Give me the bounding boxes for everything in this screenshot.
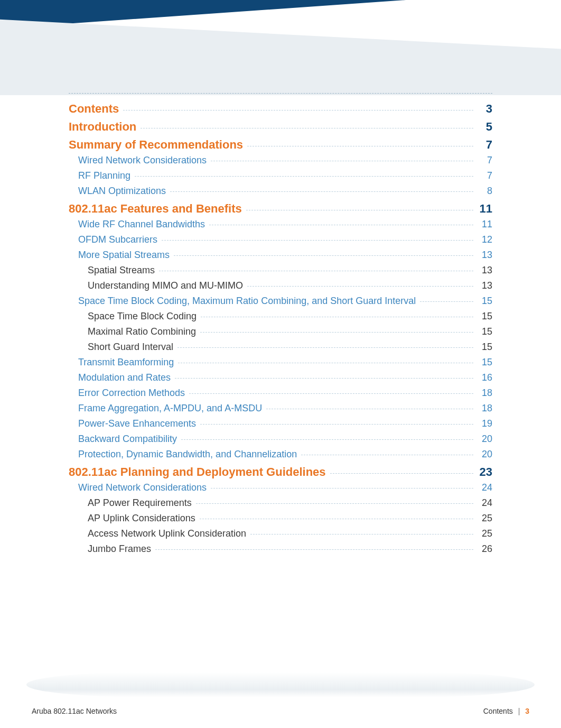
toc-entry[interactable]: AP Power Requirements24 <box>69 495 492 511</box>
toc-entry[interactable]: 802.11ac Planning and Deployment Guideli… <box>69 462 492 480</box>
toc-leader-line <box>175 378 473 379</box>
toc-entry-label: Wired Network Considerations <box>78 482 207 493</box>
toc-entry-label: Maximal Ratio Combining <box>88 326 196 337</box>
toc-entry-page: 15 <box>478 342 492 353</box>
toc-entry-label: Error Correction Methods <box>78 388 185 399</box>
footer-divider: | <box>518 707 520 715</box>
toc-entry-page: 19 <box>478 418 492 429</box>
toc-entry[interactable]: OFDM Subcarriers12 <box>69 232 492 247</box>
toc-leader-line <box>250 534 473 535</box>
toc-entry[interactable]: 802.11ac Features and Benefits11 <box>69 199 492 217</box>
header-banner: Contents <box>0 0 561 95</box>
toc-entry-label: Short Guard Interval <box>88 342 173 353</box>
toc-entry-label: AP Power Requirements <box>88 497 192 509</box>
toc-leader-line <box>159 271 473 271</box>
toc-entry[interactable]: Understanding MIMO and MU-MIMO13 <box>69 278 492 293</box>
toc-entry[interactable]: Introduction5 <box>69 117 492 135</box>
document-page: Contents Contents3Introduction5Summary o… <box>0 0 561 728</box>
toc-entry-page: 13 <box>478 250 492 261</box>
toc-entry-label: Contents <box>69 102 119 116</box>
toc-entry-label: Understanding MIMO and MU-MIMO <box>88 280 243 291</box>
toc-entry-label: Access Network Uplink Consideration <box>88 528 246 539</box>
toc-leader-line <box>201 317 473 317</box>
toc-entry[interactable]: Space Time Block Coding15 <box>69 309 492 324</box>
toc-entry[interactable]: Space Time Block Coding, Maximum Ratio C… <box>69 293 492 309</box>
toc-entry[interactable]: Protection, Dynamic Bandwidth, and Chann… <box>69 447 492 462</box>
toc-entry-label: Backward Compatibility <box>78 434 177 445</box>
toc-entry[interactable]: More Spatial Streams13 <box>69 247 492 263</box>
toc-leader-line <box>177 347 473 348</box>
toc-leader-line <box>155 549 473 550</box>
toc-entry-label: Protection, Dynamic Bandwidth, and Chann… <box>78 449 297 460</box>
toc-entry-label: Spatial Streams <box>88 265 155 276</box>
toc-entry[interactable]: WLAN Optimizations8 <box>69 183 492 199</box>
toc-entry[interactable]: Spatial Streams13 <box>69 263 492 278</box>
toc-entry[interactable]: Error Correction Methods18 <box>69 385 492 401</box>
footer-shadow <box>26 672 535 697</box>
toc-entry[interactable]: Maximal Ratio Combining15 <box>69 324 492 339</box>
toc-entry-page: 13 <box>478 280 492 291</box>
toc-leader-line <box>330 473 473 474</box>
toc-entry-label: Introduction <box>69 120 136 134</box>
footer-section-label: Contents <box>483 707 513 715</box>
toc-entry-label: Power-Save Enhancements <box>78 418 196 429</box>
toc-entry[interactable]: Jumbo Frames26 <box>69 541 492 557</box>
toc-entry-label: Frame Aggregation, A-MPDU, and A-MSDU <box>78 403 262 414</box>
toc-leader-line <box>200 519 473 519</box>
toc-entry-page: 18 <box>478 388 492 399</box>
toc-entry-label: WLAN Optimizations <box>78 186 166 197</box>
toc-entry[interactable]: Wired Network Considerations7 <box>69 153 492 168</box>
toc-entry[interactable]: Contents3 <box>69 99 492 117</box>
toc-entry-label: Jumbo Frames <box>88 543 151 555</box>
toc-leader-line <box>196 503 473 504</box>
toc-entry-label: More Spatial Streams <box>78 250 170 261</box>
toc-entry-page: 26 <box>478 543 492 555</box>
toc-entry-page: 7 <box>478 170 492 181</box>
toc-leader-line <box>211 488 473 489</box>
toc-entry-page: 24 <box>478 482 492 493</box>
toc-entry-page: 25 <box>478 513 492 524</box>
toc-entry[interactable]: Short Guard Interval15 <box>69 339 492 355</box>
toc-entry[interactable]: Access Network Uplink Consideration25 <box>69 526 492 541</box>
toc-entry[interactable]: Frame Aggregation, A-MPDU, and A-MSDU18 <box>69 401 492 416</box>
toc-entry-page: 11 <box>478 219 492 230</box>
toc-entry-label: OFDM Subcarriers <box>78 234 157 245</box>
toc-entry-label: Modulation and Rates <box>78 372 171 383</box>
toc-entry-label: 802.11ac Planning and Deployment Guideli… <box>69 465 326 479</box>
toc-entry-page: 18 <box>478 403 492 414</box>
toc-leader-line <box>247 146 473 146</box>
toc-entry[interactable]: Backward Compatibility20 <box>69 431 492 447</box>
toc-leader-line <box>211 161 473 161</box>
toc-leader-line <box>178 363 473 363</box>
toc-entry-page: 8 <box>478 186 492 197</box>
toc-entry-label: Space Time Block Coding <box>88 311 197 322</box>
toc-entry-label: Summary of Recommendations <box>69 138 243 152</box>
toc-leader-line <box>135 176 473 177</box>
toc-leader-line <box>141 128 473 128</box>
toc-leader-line <box>123 110 473 110</box>
toc-entry[interactable]: AP Uplink Considerations25 <box>69 511 492 526</box>
toc-leader-line <box>209 225 473 225</box>
toc-leader-line <box>420 301 473 302</box>
toc-entry[interactable]: Summary of Recommendations7 <box>69 135 492 153</box>
toc-entry[interactable]: Wide RF Channel Bandwidths11 <box>69 217 492 232</box>
toc-entry[interactable]: Wired Network Considerations24 <box>69 480 492 495</box>
toc-entry-page: 25 <box>478 528 492 539</box>
footer-right-group: Contents | 3 <box>483 707 529 715</box>
footer-page-number: 3 <box>525 707 529 715</box>
toc-entry[interactable]: RF Planning7 <box>69 168 492 183</box>
toc-entry-label: 802.11ac Features and Benefits <box>69 202 242 216</box>
toc-leader-line <box>200 332 473 333</box>
toc-leader-line <box>189 393 473 394</box>
toc-entry[interactable]: Transmit Beamforming15 <box>69 355 492 370</box>
toc-entry-page: 24 <box>478 497 492 509</box>
toc-entry[interactable]: Modulation and Rates16 <box>69 370 492 385</box>
toc-entry[interactable]: Power-Save Enhancements19 <box>69 416 492 431</box>
toc-entry-page: 7 <box>478 138 492 152</box>
toc-entry-label: AP Uplink Considerations <box>88 513 195 524</box>
toc-entry-label: Transmit Beamforming <box>78 357 174 368</box>
toc-entry-label: RF Planning <box>78 170 130 181</box>
toc-entry-page: 7 <box>478 155 492 166</box>
toc-entry-page: 20 <box>478 434 492 445</box>
toc-entry-page: 3 <box>478 102 492 116</box>
